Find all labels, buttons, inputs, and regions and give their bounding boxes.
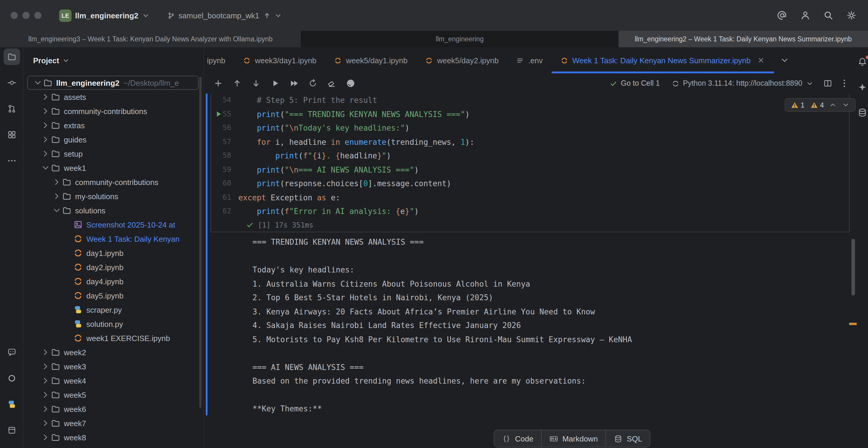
structure-tool-button[interactable] xyxy=(3,126,20,143)
ai-mentions-button[interactable] xyxy=(776,9,788,21)
tree-item[interactable]: day2.ipynb xyxy=(24,260,204,274)
code-with-me-button[interactable] xyxy=(799,9,811,21)
chevron-right-icon[interactable] xyxy=(41,135,50,144)
code-line[interactable]: 54 # Step 5: Print the result xyxy=(211,93,849,107)
chevron-right-icon[interactable] xyxy=(41,390,50,399)
tree-item[interactable]: solution.py xyxy=(24,317,204,331)
kernel-tool-button[interactable] xyxy=(3,370,20,387)
code-line[interactable]: 60 print(response.choices[0].message.con… xyxy=(211,177,849,191)
code-line[interactable]: 61except Exception as e: xyxy=(211,191,849,204)
chevron-right-icon[interactable] xyxy=(41,92,50,102)
editor-tab[interactable]: ipynb xyxy=(204,47,234,73)
warning-counter[interactable]: 4 xyxy=(810,101,824,109)
chevron-down-icon[interactable] xyxy=(33,78,42,88)
chevron-right-icon[interactable] xyxy=(41,106,50,116)
packages-tool-button[interactable] xyxy=(3,422,20,439)
chevron-right-icon[interactable] xyxy=(52,191,61,201)
commit-tool-button[interactable] xyxy=(3,74,20,91)
tree-item[interactable]: week3 xyxy=(24,359,204,374)
branch-widget[interactable]: samuel_bootcamp_wk1 xyxy=(167,11,282,20)
split-editor-button[interactable] xyxy=(822,77,834,89)
tree-item[interactable]: Week 1 Task: Daily Kenyan xyxy=(24,232,204,246)
run-cell-button[interactable] xyxy=(269,77,281,89)
tree-item[interactable]: llm_engineering2~/Desktop/llm_e xyxy=(27,76,199,90)
more-tool-windows-button[interactable] xyxy=(3,153,20,169)
tree-item[interactable]: my-solutions xyxy=(24,189,204,203)
tree-item[interactable]: week5 xyxy=(24,388,204,402)
editor-tab[interactable]: week5/day2.ipynb xyxy=(416,47,507,73)
project-tool-button[interactable] xyxy=(3,49,20,65)
chevron-down-icon[interactable] xyxy=(41,163,50,172)
tree-item[interactable]: week8 xyxy=(24,430,204,444)
code-line[interactable]: 59 print("\n=== AI NEWS ANALYSIS ===") xyxy=(211,163,849,177)
tree-item[interactable]: assets xyxy=(24,90,204,104)
tree-item[interactable]: week4 xyxy=(24,374,204,388)
tree-item[interactable]: day5.ipynb xyxy=(24,288,204,302)
editor-tab[interactable]: week3/day1.ipynb xyxy=(234,47,325,73)
chevron-right-icon[interactable] xyxy=(41,362,50,371)
tree-item[interactable]: week6 xyxy=(24,402,204,416)
jupyter-server-selector[interactable]: Python 3.11.14: http://localhost:8890 xyxy=(668,79,817,88)
tree-item[interactable]: day1.ipynb xyxy=(24,246,204,260)
chevron-down-icon[interactable] xyxy=(52,206,61,215)
run-all-cells-button[interactable] xyxy=(288,77,300,89)
previous-problem-icon[interactable] xyxy=(829,101,837,109)
move-cell-up-button[interactable] xyxy=(231,77,243,89)
tree-item[interactable]: week2 xyxy=(24,345,204,359)
notifications-button[interactable] xyxy=(857,57,867,67)
cell-type-code-button[interactable]: Code xyxy=(494,430,541,447)
database-tool-button[interactable] xyxy=(857,107,867,118)
ai-assistant-tool-button[interactable] xyxy=(3,344,20,360)
code-line[interactable]: 55 print("=== TRENDING KENYAN NEWS ANALY… xyxy=(211,107,849,121)
tree-item[interactable]: community-contributions xyxy=(24,175,204,189)
tree-item[interactable] xyxy=(24,444,204,448)
tree-item[interactable]: week1 xyxy=(24,161,204,175)
move-cell-down-button[interactable] xyxy=(250,77,262,89)
tree-item[interactable]: week1 EXERCISE.ipynb xyxy=(24,331,204,345)
editor-tab[interactable]: Week 1 Task: Daily Kenyan News Summarize… xyxy=(552,47,774,73)
cell-type-sql-button[interactable]: SQL xyxy=(606,430,650,447)
chevron-right-icon[interactable] xyxy=(41,404,50,414)
python-console-tool-button[interactable] xyxy=(3,396,20,413)
search-everywhere-button[interactable] xyxy=(823,9,834,21)
ai-assistant-button[interactable] xyxy=(857,82,867,92)
tree-item[interactable]: setup xyxy=(24,147,204,161)
tree-item[interactable]: scraper.py xyxy=(24,302,204,317)
cell-frame[interactable]: 54 # Step 5: Print the result55 print("=… xyxy=(211,93,850,232)
tree-item[interactable]: week7 xyxy=(24,416,204,430)
tree-item[interactable]: Screenshot 2025-10-24 at xyxy=(24,218,204,232)
settings-button[interactable] xyxy=(845,9,857,21)
code-line[interactable]: 57 for i, headline in enumerate(trending… xyxy=(211,135,849,149)
editor-tab[interactable]: week5/day1.ipynb xyxy=(325,47,416,73)
run-cell-gutter-icon[interactable] xyxy=(214,109,222,118)
go-to-cell-button[interactable]: Go to Cell 1 xyxy=(606,79,663,88)
tree-item[interactable]: extras xyxy=(24,118,204,132)
tree-item[interactable]: solutions xyxy=(24,203,204,218)
tree-item[interactable]: community-contributions xyxy=(24,104,204,118)
chevron-right-icon[interactable] xyxy=(41,376,50,385)
window-tab[interactable]: llm_engineering2 – Week 1 Task: Daily Ke… xyxy=(618,31,868,47)
chevron-right-icon[interactable] xyxy=(41,121,50,130)
code-line[interactable]: 56 print("\nToday's key headlines:") xyxy=(211,121,849,135)
chevron-right-icon[interactable] xyxy=(41,149,50,158)
project-panel-header[interactable]: Project xyxy=(24,47,204,73)
pull-requests-tool-button[interactable] xyxy=(3,100,20,117)
window-tab[interactable]: llm_engineering xyxy=(302,31,618,47)
warning-counter[interactable]: 1 xyxy=(790,101,804,109)
close-window-button[interactable] xyxy=(11,12,18,19)
more-options-button[interactable] xyxy=(838,77,850,89)
code-line[interactable]: 62 print(f"Error in AI analysis: {e}") xyxy=(211,204,849,218)
restart-kernel-button[interactable] xyxy=(307,77,319,89)
chevron-right-icon[interactable] xyxy=(52,177,61,187)
github-button[interactable] xyxy=(345,77,356,89)
next-problem-icon[interactable] xyxy=(842,101,850,109)
cell-type-markdown-button[interactable]: Markdown xyxy=(541,430,606,447)
tree-item[interactable]: guides xyxy=(24,132,204,147)
project-widget[interactable]: LE llm_engineering2 xyxy=(54,6,154,25)
close-tab-icon[interactable] xyxy=(757,56,766,64)
code-line[interactable]: 58 print(f"{i}. {headline}") xyxy=(211,149,849,163)
project-tree-scrollbar[interactable] xyxy=(199,77,202,408)
minimize-window-button[interactable] xyxy=(23,12,30,19)
tab-list-chevron-icon[interactable] xyxy=(780,56,789,65)
zoom-window-button[interactable] xyxy=(34,12,41,19)
